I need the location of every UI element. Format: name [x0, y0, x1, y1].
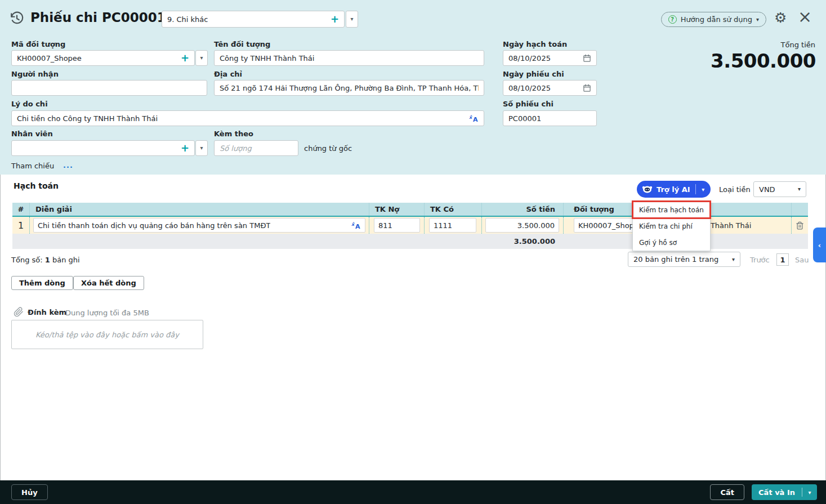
ai-assistant-menu: Kiểm tra hạch toán Kiểm tra chi phí Gợi … [632, 201, 711, 251]
save-button[interactable]: Cất [710, 484, 744, 500]
col-header-debit: TK Nợ [369, 203, 424, 216]
nguoi-nhan-label: Người nhận [11, 70, 59, 78]
tham-chieu-label: Tham chiếu [11, 162, 54, 170]
trash-icon [796, 221, 804, 230]
kem-theo-suffix: chứng từ gốc [304, 144, 352, 153]
ly-do-chi-label: Lý do chi [11, 100, 48, 108]
save-and-print-button[interactable]: Cất và In ▾ [752, 484, 817, 500]
row-amount-cell: 3.500.000 [481, 217, 563, 234]
ma-doi-tuong-label: Mã đối tượng [11, 40, 65, 48]
caret-down-icon: ▾ [798, 186, 801, 192]
delete-row-button[interactable] [791, 217, 808, 234]
help-button[interactable]: ? Hướng dẫn sử dụng ▾ [661, 12, 766, 27]
col-header-description: Diễn giải [29, 203, 369, 216]
calendar-icon[interactable] [583, 54, 591, 63]
add-object-icon[interactable]: + [181, 53, 189, 63]
ai-assistant-label: Trợ lý AI [657, 185, 690, 194]
caret-down-icon: ▾ [350, 16, 353, 22]
row-description-input[interactable]: Chi tiền thanh toán dịch vụ quảng cáo bá… [33, 218, 365, 233]
col-header-actions [791, 203, 808, 216]
kem-theo-label: Kèm theo [214, 130, 253, 138]
chevron-down-icon: ▾ [756, 17, 759, 23]
voucher-type-dropdown-button[interactable]: ▾ [346, 11, 358, 28]
ngay-hach-toan-input[interactable]: 08/10/2025 [503, 50, 597, 66]
ma-doi-tuong-dropdown-button[interactable]: ▾ [195, 50, 208, 66]
kem-theo-input[interactable]: Số lượng [214, 140, 298, 156]
nguoi-nhan-input[interactable] [11, 80, 207, 96]
calendar-icon[interactable] [583, 84, 591, 92]
row-credit-input[interactable]: 1111 [429, 218, 476, 233]
currency-label: Loại tiền [719, 185, 751, 194]
ngay-phieu-chi-label: Ngày phiếu chi [503, 70, 564, 78]
currency-select[interactable]: VND ▾ [753, 181, 806, 197]
row-credit-cell: 1111 [424, 217, 481, 234]
section-title-hach-toan: Hạch toán [14, 181, 59, 190]
ngay-hach-toan-label: Ngày hạch toán [503, 40, 567, 48]
record-count: Tổng số: 1 bản ghi [11, 256, 80, 264]
caret-down-icon: ▾ [200, 145, 203, 151]
voucher-type-combo[interactable]: 9. Chi khác + [162, 11, 345, 28]
page-title: Phiếu chi PC00001 [30, 10, 166, 25]
total-amount: 3.500.000 [711, 50, 816, 72]
footer-bar: Hủy Cất Cất và In ▾ [0, 480, 826, 504]
tham-chieu-more-link[interactable]: ... [63, 161, 73, 170]
so-phieu-chi-label: Số phiếu chi [503, 100, 553, 108]
menu-item-kiem-tra-hach-toan[interactable]: Kiểm tra hạch toán [633, 202, 710, 218]
so-phieu-chi-input[interactable]: PC00001 [503, 110, 597, 126]
kem-theo-placeholder: Số lượng [220, 144, 252, 153]
voucher-form-area: Phiếu chi PC00001 9. Chi khác + ▾ ? Hướn… [0, 0, 826, 175]
ai-assistant-button[interactable]: Trợ lý AI ▾ [637, 181, 711, 198]
svg-text:A: A [355, 223, 360, 230]
add-row-button[interactable]: Thêm dòng [11, 276, 73, 290]
table-total-amount: 3.500.000 [12, 234, 563, 249]
menu-item-goi-y-ho-so[interactable]: Gợi ý hồ sơ [633, 234, 710, 251]
payment-voucher-window: Phiếu chi PC00001 9. Chi khác + ▾ ? Hướn… [0, 0, 826, 504]
translate-icon[interactable]: x̂ A [351, 221, 361, 230]
attachment-dropzone[interactable]: Kéo/thả tệp vào đây hoặc bấm vào đây [11, 320, 203, 349]
page-size-select[interactable]: 20 bản ghi trên 1 trang ▾ [628, 252, 740, 267]
clear-rows-button[interactable]: Xóa hết dòng [73, 276, 144, 290]
attachment-hint: Dung lượng tối đa 5MB [65, 309, 149, 317]
ngay-phieu-chi-input[interactable]: 08/10/2025 [503, 80, 597, 96]
ly-do-chi-input[interactable]: Chi tiền cho Công ty TNHH Thành Thái x̂ … [11, 110, 484, 126]
help-icon: ? [668, 15, 677, 24]
next-page-button[interactable]: Sau [795, 256, 809, 264]
gear-icon[interactable]: ⚙ [774, 10, 787, 26]
ma-doi-tuong-input[interactable]: KH00007_Shopee + [11, 50, 195, 66]
help-button-label: Hướng dẫn sử dụng [681, 15, 752, 24]
col-header-amount: Số tiền [481, 203, 563, 216]
ten-doi-tuong-input[interactable]: Công ty TNHH Thành Thái [214, 50, 484, 66]
nhan-vien-input[interactable]: + [11, 140, 195, 156]
add-voucher-type-icon[interactable]: + [331, 14, 339, 24]
ten-doi-tuong-label: Tên đối tượng [214, 40, 270, 48]
svg-text:x̂: x̂ [469, 115, 473, 120]
collapse-panel-handle[interactable]: ‹ [813, 228, 826, 262]
chevron-left-icon: ‹ [818, 241, 821, 249]
svg-text:x̂: x̂ [351, 222, 355, 227]
nhan-vien-dropdown-button[interactable]: ▾ [195, 140, 208, 156]
dia-chi-label: Địa chỉ [214, 70, 242, 78]
add-employee-icon[interactable]: + [181, 143, 189, 153]
caret-down-icon: ▾ [200, 55, 203, 61]
svg-text:A: A [473, 116, 478, 123]
cancel-button[interactable]: Hủy [11, 484, 48, 500]
save-print-dropdown-caret[interactable]: ▾ [802, 489, 817, 496]
menu-item-kiem-tra-chi-phi[interactable]: Kiểm tra chi phí [633, 218, 710, 234]
row-index: 1 [12, 217, 29, 234]
close-icon[interactable]: × [798, 7, 812, 26]
row-description-cell: Chi tiền thanh toán dịch vụ quảng cáo bá… [29, 217, 369, 234]
current-page-box[interactable]: 1 [776, 253, 789, 266]
ai-assistant-dropdown-caret[interactable]: ▾ [696, 186, 711, 193]
translate-icon[interactable]: x̂ A [468, 114, 479, 123]
history-icon[interactable] [10, 11, 24, 26]
row-amount-input[interactable]: 3.500.000 [485, 218, 559, 233]
row-debit-input[interactable]: 811 [374, 218, 420, 233]
tong-tien-label: Tổng tiền [781, 41, 815, 49]
nhan-vien-label: Nhân viên [11, 130, 53, 138]
prev-page-button[interactable]: Trước [750, 256, 770, 264]
dia-chi-input[interactable]: Số 21 ngõ 174 Hải Thượng Lãn Ông, Phường… [214, 80, 484, 96]
col-header-index: # [12, 203, 29, 216]
attachment-label: Đính kèm [28, 308, 66, 316]
ai-robot-icon [642, 185, 653, 194]
row-debit-cell: 811 [369, 217, 424, 234]
